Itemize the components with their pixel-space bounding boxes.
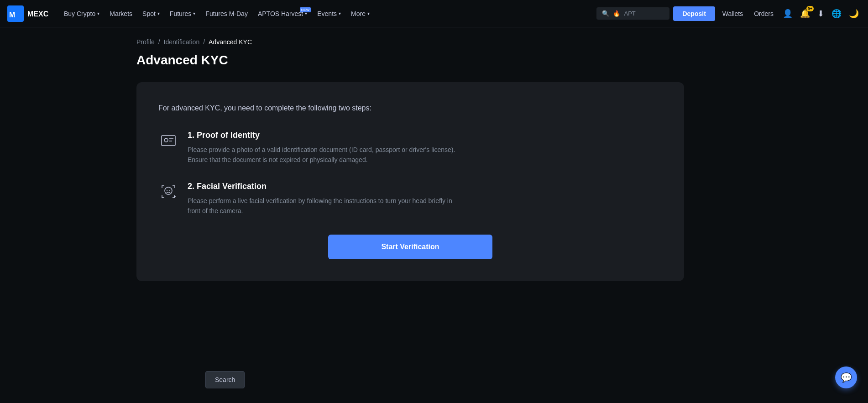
- chevron-down-icon: ▾: [193, 11, 195, 16]
- nav-links: Buy Crypto ▾ Markets Spot ▾ Futures ▾ Fu…: [59, 6, 595, 21]
- svg-point-4: [164, 138, 168, 142]
- facial-verification-icon: [158, 182, 178, 202]
- kyc-card: For advanced KYC, you need to complete t…: [136, 82, 684, 281]
- svg-point-8: [167, 190, 167, 191]
- nav-item-aptos[interactable]: NEW APTOS Harvest ▾: [253, 6, 312, 21]
- nav-item-markets[interactable]: Markets: [105, 6, 137, 21]
- step-1: 1. Proof of Identity Please provide a ph…: [158, 131, 662, 165]
- language-btn[interactable]: 🌐: [830, 7, 843, 21]
- svg-rect-3: [162, 136, 175, 146]
- bottom-search-button[interactable]: Search: [205, 371, 245, 388]
- breadcrumb-sep-2: /: [203, 38, 205, 46]
- start-btn-wrapper: Start Verification: [158, 235, 662, 259]
- chevron-down-icon: ▾: [97, 11, 99, 16]
- logo[interactable]: M MEXC: [7, 5, 50, 22]
- proof-of-identity-icon: [158, 131, 178, 151]
- new-badge: NEW: [300, 7, 311, 12]
- page-title: Advanced KYC: [136, 53, 732, 68]
- nav-item-futures-mday[interactable]: Futures M-Day: [201, 6, 252, 21]
- navbar: M MEXC Buy Crypto ▾ Markets Spot ▾ Futur…: [0, 0, 868, 27]
- nav-item-events[interactable]: Events ▾: [313, 6, 345, 21]
- theme-toggle-btn[interactable]: 🌙: [847, 7, 861, 21]
- chevron-down-icon: ▾: [367, 11, 370, 16]
- step-1-description: Please provide a photo of a valid identi…: [188, 145, 461, 165]
- nav-item-buy-crypto[interactable]: Buy Crypto ▾: [59, 6, 104, 21]
- search-icon: 🔍: [602, 10, 609, 17]
- nav-item-spot[interactable]: Spot ▾: [138, 6, 164, 21]
- download-btn[interactable]: ⬇: [816, 7, 826, 21]
- step-1-title: 1. Proof of Identity: [188, 131, 461, 140]
- chevron-down-icon: ▾: [157, 11, 160, 16]
- step-1-content: 1. Proof of Identity Please provide a ph…: [188, 131, 461, 165]
- kyc-intro: For advanced KYC, you need to complete t…: [158, 104, 662, 112]
- svg-text:M: M: [9, 11, 15, 19]
- support-button[interactable]: 💬: [835, 366, 857, 388]
- global-search[interactable]: 🔍 🔥 APT: [596, 7, 669, 20]
- breadcrumb-identification[interactable]: Identification: [164, 38, 200, 46]
- breadcrumb-profile[interactable]: Profile: [136, 38, 155, 46]
- breadcrumb-advanced-kyc: Advanced KYC: [209, 38, 252, 46]
- notification-badge: 9+: [806, 6, 814, 11]
- globe-icon: 🌐: [831, 9, 842, 18]
- step-2-title: 2. Facial Verification: [188, 182, 461, 191]
- moon-icon: 🌙: [849, 9, 859, 18]
- notifications-btn[interactable]: 🔔 9+: [798, 7, 812, 21]
- svg-text:MEXC: MEXC: [27, 10, 49, 18]
- svg-point-7: [165, 187, 172, 194]
- main-content: Profile / Identification / Advanced KYC …: [115, 27, 753, 292]
- step-2-description: Please perform a live facial verificatio…: [188, 196, 461, 216]
- start-verification-button[interactable]: Start Verification: [328, 235, 492, 259]
- breadcrumb: Profile / Identification / Advanced KYC: [136, 38, 732, 46]
- svg-point-9: [169, 190, 170, 191]
- download-icon: ⬇: [817, 9, 824, 18]
- deposit-button[interactable]: Deposit: [673, 6, 715, 21]
- nav-item-futures[interactable]: Futures ▾: [165, 6, 200, 21]
- step-2-content: 2. Facial Verification Please perform a …: [188, 182, 461, 216]
- chevron-down-icon: ▾: [339, 11, 341, 16]
- wallets-link[interactable]: Wallets: [719, 8, 747, 19]
- step-2: 2. Facial Verification Please perform a …: [158, 182, 662, 216]
- nav-item-more[interactable]: More ▾: [346, 6, 374, 21]
- support-icon: 💬: [841, 372, 852, 383]
- orders-link[interactable]: Orders: [750, 8, 777, 19]
- nav-right: 🔍 🔥 APT Deposit Wallets Orders 👤 🔔 9+ ⬇ …: [596, 6, 861, 21]
- profile-icon-btn[interactable]: 👤: [781, 7, 795, 21]
- breadcrumb-sep-1: /: [158, 38, 160, 46]
- user-icon: 👤: [783, 9, 793, 18]
